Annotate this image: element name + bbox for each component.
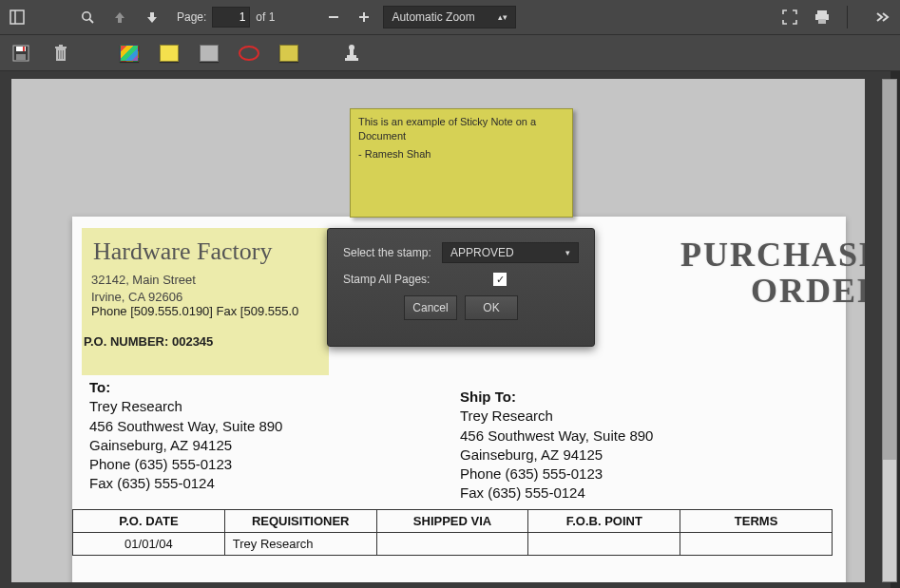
highlight-yellow-icon[interactable] (158, 43, 181, 64)
svg-rect-6 (363, 12, 365, 22)
to-addr: 456 Southwest Way, Suite 890 (89, 417, 282, 436)
svg-rect-12 (23, 47, 25, 51)
purchase-order-title: PURCHASE ORDER (561, 237, 865, 310)
svg-rect-21 (347, 55, 356, 58)
table-row: 01/01/04 Trey Research (73, 533, 833, 556)
svg-rect-15 (55, 47, 67, 48)
svg-rect-0 (10, 10, 24, 24)
th-requisitioner: REQUISITIONER (224, 510, 376, 533)
ship-phone: Phone (635) 555-0123 (460, 465, 653, 484)
company-name: Hardware Factory (93, 237, 272, 266)
stamp-dialog: Select the stamp: APPROVED ▾ Stamp All P… (327, 228, 595, 347)
td-podate: 01/01/04 (73, 533, 225, 556)
svg-rect-16 (59, 45, 63, 47)
address-ship-block: Ship To: Trey Research 456 Southwest Way… (460, 388, 653, 503)
arrow-up-icon[interactable] (108, 6, 131, 28)
more-icon[interactable] (871, 6, 894, 28)
sticky-signature: - Ramesh Shah (358, 147, 565, 161)
trash-icon[interactable] (49, 43, 72, 64)
company-address: 32142, Main Street Irvine, CA 92606 (91, 272, 196, 305)
pdf-toolbar: Page: of 1 Automatic Zoom ▴▾ (0, 0, 900, 35)
to-fax: Fax (635) 555-0124 (89, 474, 282, 493)
stamp-select-value: APPROVED (450, 246, 514, 259)
title-top: PURCHASE (561, 237, 865, 274)
th-podate: P.O. DATE (73, 510, 225, 533)
svg-rect-9 (818, 19, 826, 24)
document-page: Hardware Factory 32142, Main Street Irvi… (72, 217, 846, 582)
page-number-input[interactable] (212, 7, 250, 28)
annotation-toolbar (0, 35, 900, 71)
zoom-in-icon[interactable] (353, 6, 375, 28)
ok-button[interactable]: OK (465, 295, 518, 320)
scrollbar-thumb[interactable] (883, 80, 896, 460)
sticky-line2: Document (358, 129, 565, 143)
fullscreen-icon[interactable] (778, 6, 801, 28)
zoom-mode-value: Automatic Zoom (392, 10, 474, 24)
to-city: Gainseburg, AZ 94125 (89, 436, 282, 455)
vertical-scrollbar[interactable] (882, 79, 897, 582)
stamp-select-label: Select the stamp: (343, 246, 442, 259)
th-shippedvia: SHIPPED VIA (376, 510, 528, 533)
page-total-label: of 1 (256, 10, 275, 24)
stamp-allpages-label: Stamp All Pages: (343, 273, 442, 286)
sticky-note-icon[interactable] (278, 43, 300, 64)
svg-rect-13 (16, 54, 26, 60)
page-controls: Page: of 1 (177, 7, 275, 28)
circle-annotation-icon[interactable] (238, 43, 260, 64)
ship-name: Trey Research (460, 407, 653, 426)
svg-point-2 (83, 12, 90, 20)
po-number: P.O. NUMBER: 002345 (84, 334, 213, 349)
ship-label: Ship To: (460, 388, 653, 407)
th-fobpoint: F.O.B. POINT (528, 510, 680, 533)
highlight-grey-icon[interactable] (198, 43, 220, 64)
td-shippedvia (376, 533, 528, 556)
zoom-controls: Automatic Zoom ▴▾ (322, 6, 516, 28)
to-label: To: (89, 378, 282, 397)
viewer-container: Hardware Factory 32142, Main Street Irvi… (0, 71, 900, 588)
search-icon[interactable] (76, 6, 99, 28)
sticky-line1: This is an example of Sticky Note on a (358, 115, 565, 129)
page-viewport[interactable]: Hardware Factory 32142, Main Street Irvi… (11, 79, 865, 582)
zoom-mode-select[interactable]: Automatic Zoom ▴▾ (383, 6, 516, 28)
td-terms (680, 533, 833, 556)
company-addr-line2: Irvine, CA 92606 (91, 289, 196, 306)
to-phone: Phone (635) 555-0123 (89, 455, 282, 474)
stamp-icon[interactable] (340, 43, 363, 64)
to-name: Trey Research (89, 397, 282, 416)
td-requisitioner: Trey Research (224, 533, 376, 556)
th-terms: TERMS (680, 510, 833, 533)
save-icon[interactable] (10, 43, 32, 64)
chevron-updown-icon: ▴▾ (498, 12, 507, 22)
sticky-note-annotation[interactable]: This is an example of Sticky Note on a D… (350, 108, 573, 218)
company-addr-line1: 32142, Main Street (91, 272, 196, 289)
stamp-select[interactable]: APPROVED ▾ (442, 242, 579, 263)
color-picker-icon[interactable] (118, 43, 141, 64)
chevron-down-icon: ▾ (565, 248, 570, 257)
arrow-down-icon[interactable] (141, 6, 163, 28)
sidebar-toggle-icon[interactable] (6, 6, 29, 28)
td-fobpoint (528, 533, 680, 556)
zoom-out-icon[interactable] (322, 6, 345, 28)
address-to-block: To: Trey Research 456 Southwest Way, Sui… (89, 378, 282, 494)
print-icon[interactable] (811, 6, 833, 28)
ship-fax: Fax (635) 555-0124 (460, 484, 653, 503)
svg-line-3 (89, 19, 93, 23)
svg-point-23 (349, 45, 354, 50)
ship-city: Gainseburg, AZ 94125 (460, 446, 653, 465)
table-header-row: P.O. DATE REQUISITIONER SHIPPED VIA F.O.… (73, 510, 833, 533)
page-label: Page: (177, 10, 206, 24)
company-phone-fax: Phone [509.555.0190] Fax [509.555.0 (91, 304, 298, 318)
po-details-table: P.O. DATE REQUISITIONER SHIPPED VIA F.O.… (72, 509, 833, 556)
stamp-allpages-checkbox[interactable]: ✓ (493, 273, 507, 286)
title-bot: ORDER (561, 274, 865, 310)
svg-rect-4 (329, 16, 338, 18)
ship-addr: 456 Southwest Way, Suite 890 (460, 427, 653, 446)
svg-rect-7 (817, 10, 827, 14)
cancel-button[interactable]: Cancel (404, 295, 457, 320)
svg-rect-20 (345, 58, 358, 61)
